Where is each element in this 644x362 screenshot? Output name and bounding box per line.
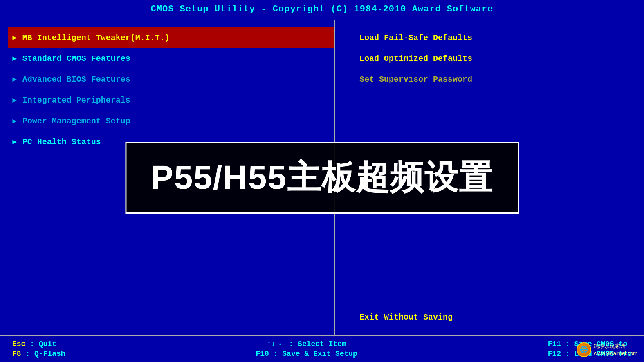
menu-item-advanced[interactable]: ► Advanced BIOS Features: [12, 69, 334, 90]
menu-item-integrated[interactable]: ► Integrated Peripherals: [12, 90, 334, 111]
bottom-center: ↑↓→← : Select Item F10 : Save & Exit Set…: [256, 340, 357, 358]
menu-item-power[interactable]: ► Power Management Setup: [12, 111, 334, 132]
menu-label-advanced: Advanced BIOS Features: [22, 75, 130, 84]
main-content: ► MB Intelligent Tweaker(M.I.T.) ► Stand…: [0, 20, 644, 335]
arrow-icon-standard: ►: [12, 55, 17, 63]
bios-screen: CMOS Setup Utility - Copyright (C) 1984-…: [0, 0, 644, 362]
bios-title: CMOS Setup Utility - Copyright (C) 1984-…: [151, 4, 494, 14]
menu-label-standard: Standard CMOS Features: [22, 54, 130, 63]
f8-key: F8: [12, 350, 21, 358]
esc-key: Esc: [12, 340, 25, 348]
menu-label-set-supervisor: Set Supervisor Password: [359, 75, 472, 84]
f8-desc: : Q-Flash: [25, 350, 65, 358]
menu-label-integrated: Integrated Peripherals: [22, 96, 130, 105]
arrow-icon-integrated: ►: [12, 96, 17, 105]
menu-item-load-optimized[interactable]: Load Optimized Defaults: [355, 48, 644, 69]
arrow-icon-mit: ►: [12, 34, 17, 42]
watermark-icon: 🌐: [577, 342, 591, 357]
watermark-text: 纯净系统家园 www.yidaimei.com: [594, 342, 637, 357]
overlay-text: P55/H55主板超频设置: [151, 155, 493, 200]
menu-label-power: Power Management Setup: [22, 116, 130, 126]
esc-desc: : Quit: [30, 340, 56, 348]
menu-label-pchealth: PC Health Status: [22, 137, 101, 147]
menu-item-exit-without[interactable]: Exit Without Saving: [355, 296, 644, 328]
arrow-help: ↑↓→← : Select Item: [256, 340, 357, 348]
menu-item-mit[interactable]: ► MB Intelligent Tweaker(M.I.T.): [8, 27, 334, 48]
bottom-bar: Esc : Quit F8 : Q-Flash ↑↓→← : Select It…: [0, 335, 644, 362]
f8-help: F8 : Q-Flash: [12, 350, 65, 358]
watermark: 🌐 纯净系统家园 www.yidaimei.com: [577, 342, 637, 357]
bottom-left: Esc : Quit F8 : Q-Flash: [12, 340, 65, 358]
menu-item-standard[interactable]: ► Standard CMOS Features: [12, 48, 334, 69]
title-bar: CMOS Setup Utility - Copyright (C) 1984-…: [0, 0, 644, 20]
menu-item-load-failsafe[interactable]: Load Fail-Safe Defaults: [355, 27, 644, 48]
menu-label-load-failsafe: Load Fail-Safe Defaults: [359, 33, 472, 42]
esc-help: Esc : Quit: [12, 340, 65, 348]
arrow-icon-pchealth: ►: [12, 138, 17, 146]
watermark-label: 纯净系统家园: [594, 342, 637, 350]
menu-item-set-supervisor[interactable]: Set Supervisor Password: [355, 69, 644, 90]
watermark-site: www.yidaimei.com: [594, 350, 637, 357]
overlay-banner: P55/H55主板超频设置: [125, 142, 519, 214]
menu-label-load-optimized: Load Optimized Defaults: [359, 54, 472, 63]
f10-help: F10 : Save & Exit Setup: [256, 350, 357, 358]
arrow-icon-power: ►: [12, 117, 17, 125]
menu-label-exit-without: Exit Without Saving: [359, 313, 453, 322]
menu-label-mit: MB Intelligent Tweaker(M.I.T.): [22, 33, 170, 42]
arrow-icon-advanced: ►: [12, 76, 17, 84]
